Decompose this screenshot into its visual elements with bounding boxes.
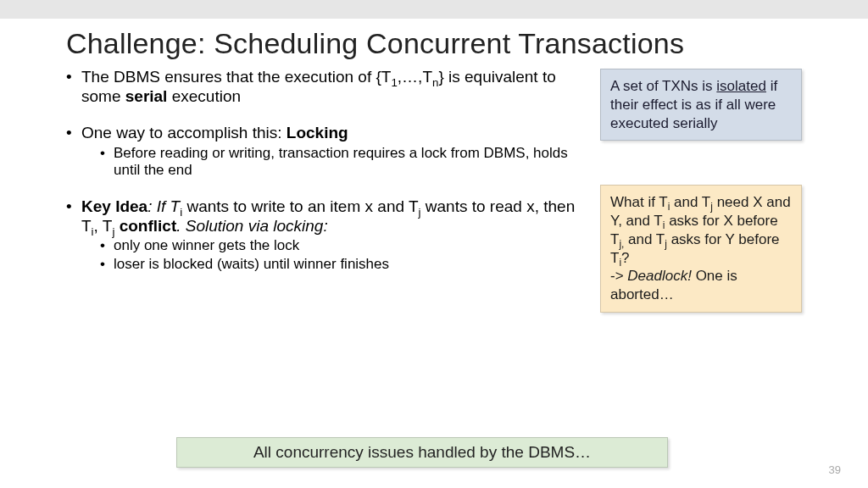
- bullet-3: Key Idea: If Ti wants to write to an ite…: [66, 197, 583, 274]
- text: One way to accomplish this:: [81, 124, 287, 141]
- slide-body: Challenge: Scheduling Concurrent Transac…: [0, 19, 868, 313]
- bullet-1: The DBMS ensures that the execution of {…: [66, 67, 583, 106]
- top-bar: [0, 0, 868, 19]
- bold-locking: Locking: [287, 124, 348, 141]
- content-row: The DBMS ensures that the execution of {…: [66, 67, 802, 313]
- page-number: 39: [829, 463, 841, 476]
- bullet-2-sub-1: Before reading or writing, transaction r…: [100, 145, 583, 180]
- main-column: The DBMS ensures that the execution of {…: [66, 67, 583, 313]
- bullet-2: One way to accomplish this: Locking Befo…: [66, 123, 583, 180]
- text: What if T: [610, 194, 668, 210]
- text: and T: [670, 194, 710, 210]
- text: : If T: [147, 197, 180, 215]
- bold-key-idea: Key Idea: [81, 197, 147, 215]
- sub-1: 1: [391, 76, 397, 89]
- slide-title: Challenge: Scheduling Concurrent Transac…: [66, 27, 802, 60]
- text: ?: [621, 250, 629, 266]
- footer-callout: All concurrency issues handled by the DB…: [176, 437, 668, 468]
- bold-conflict: conflict: [120, 217, 177, 235]
- bold-serial: serial: [125, 87, 168, 105]
- text: execution: [167, 87, 241, 105]
- text: wants to write to an item x and T: [182, 197, 418, 215]
- callout-isolated: A set of TXNs is isolated if their effec…: [600, 69, 802, 141]
- text: and T: [624, 231, 665, 247]
- bullet-3-sub-2: loser is blocked (waits) until winner fi…: [100, 256, 583, 274]
- text: ,…,T: [398, 68, 432, 86]
- text: . Solution via locking:: [176, 217, 328, 235]
- bullet-3-sub-1: only one winner gets the lock: [100, 237, 583, 255]
- text: The DBMS ensures that the execution of {…: [81, 68, 391, 86]
- text: ->: [610, 268, 627, 284]
- underline-isolated: isolated: [716, 78, 766, 94]
- text: , T: [94, 217, 113, 235]
- callout-deadlock: What if Ti and Tj need X and Y, and Ti a…: [600, 185, 802, 313]
- text: A set of TXNs is: [610, 78, 716, 94]
- italic-deadlock: Deadlock!: [627, 268, 692, 284]
- side-column: A set of TXNs is isolated if their effec…: [600, 67, 802, 313]
